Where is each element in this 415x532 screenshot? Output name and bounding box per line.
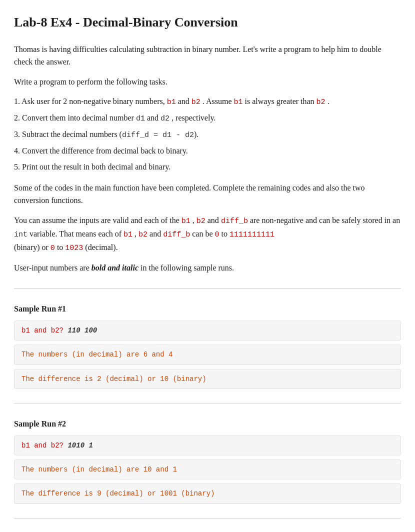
task-2-d2: d2 [160,114,170,123]
task-1-greater: is always greater than [243,97,316,106]
assume-b2-2: b2 [138,230,148,239]
intro-para-2: Write a program to perform the following… [14,76,401,88]
assume-para: You can assume the inputs are valid and … [14,214,401,254]
sample-1-prompt-text: b1 and b2? [22,326,64,334]
task-1: 1. Ask user for 2 non-negative binary nu… [14,95,401,108]
assume-max: 1111111111 [230,230,274,239]
assume-zero-2: 0 [50,244,55,252]
assume-and1: and [206,216,221,224]
task-1-assume: . Assume [200,97,234,106]
sample-1-title: Sample Run #1 [14,302,401,316]
assume-b1-2: b1 [124,230,132,239]
task-2: 2. Convert them into decimal number d1 a… [14,112,401,125]
assume-diff-b: diff_b [221,217,248,226]
task-3-code: diff_d = d1 - d2 [122,131,194,140]
task-1-and: and [176,97,192,106]
task-2-d1: d1 [136,114,145,123]
assume-decimal: (decimal). [83,243,118,252]
sample-1-output-2: The difference is 2 (decimal) or 10 (bin… [14,369,401,389]
sample-2-output-1: The numbers (in decimal) are 10 and 1 [14,460,401,480]
task-1-b1: b1 [167,98,176,106]
task-list: 1. Ask user for 2 non-negative binary nu… [14,95,401,173]
task-2-and: and [145,114,160,122]
assume-diff-b2: diff_b [163,230,190,239]
task-3-end: ). [194,130,198,138]
assume-to-2: to [55,243,65,252]
sample-2-title: Sample Run #2 [14,418,401,430]
bold-italic-para: User-input numbers are bold and italic i… [14,262,401,274]
task-2-end: , respectively. [170,114,216,122]
sample-run-2: Sample Run #2 b1 and b2? 1010 1 The numb… [14,418,401,504]
divider-3 [14,518,401,518]
assume-text-4: can be [190,230,214,238]
sample-1-output-1: The numbers (in decimal) are 6 and 4 [14,344,401,364]
assume-and2: and [148,230,163,238]
task-1-b2: b2 [192,98,200,106]
sample-2-input: 1010 1 [64,442,93,450]
task-1-b1-2: b1 [234,98,243,106]
task-5: 5. Print out the result in both decimal … [14,160,401,174]
page-title: Lab-8 Ex4 - Decimal-Binary Conversion [14,12,401,33]
task-3: 3. Subtract the decimal numbers (diff_d … [14,128,401,142]
task-2-text: 2. Convert them into decimal number [14,114,136,122]
sample-1-input: 110 100 [64,326,97,334]
assume-b1: b1 [182,217,190,226]
task-3-text: 3. Subtract the decimal numbers ( [14,130,122,138]
bold-italic-before: User-input numbers are [14,264,92,272]
intro-para-1: Thomas is having difficulties calculatin… [14,43,401,68]
bold-italic-text: bold and italic [92,264,138,272]
task-5-text: 5. Print out the result in both decimal … [14,162,170,171]
assume-text-3: variable. That means each of [28,230,124,238]
assume-text-2: are non-negative and can be safely store… [248,216,400,224]
task-1-b2-2: b2 [316,98,326,106]
task-1-number: 1. Ask user for 2 non-negative binary nu… [14,97,167,106]
task-1-period: . [326,97,330,106]
complete-para: Some of the codes in the main function h… [14,182,401,207]
sample-1-prompt: b1 and b2? 110 100 [14,320,401,340]
divider-1 [14,288,401,288]
task-4-text: 4. Convert the difference from decimal b… [14,146,188,155]
sample-run-1: Sample Run #1 b1 and b2? 110 100 The num… [14,302,401,389]
assume-binary-or: (binary) or [14,243,50,252]
task-4: 4. Convert the difference from decimal b… [14,144,401,158]
assume-1023: 1023 [65,244,83,252]
assume-to: to [220,230,230,238]
assume-zero: 0 [215,230,220,239]
sample-2-prompt: b1 and b2? 1010 1 [14,436,401,456]
sample-2-prompt-text: b1 and b2? [22,442,64,450]
assume-comma1: , [190,216,194,224]
divider-2 [14,403,401,404]
bold-italic-after: in the following sample runs. [138,264,234,272]
assume-int: int [14,230,28,239]
assume-text-1: You can assume the inputs are valid and … [14,216,182,224]
assume-comma2: , [132,230,136,238]
assume-b2: b2 [196,217,206,226]
sample-2-output-2: The difference is 9 (decimal) or 1001 (b… [14,484,401,504]
